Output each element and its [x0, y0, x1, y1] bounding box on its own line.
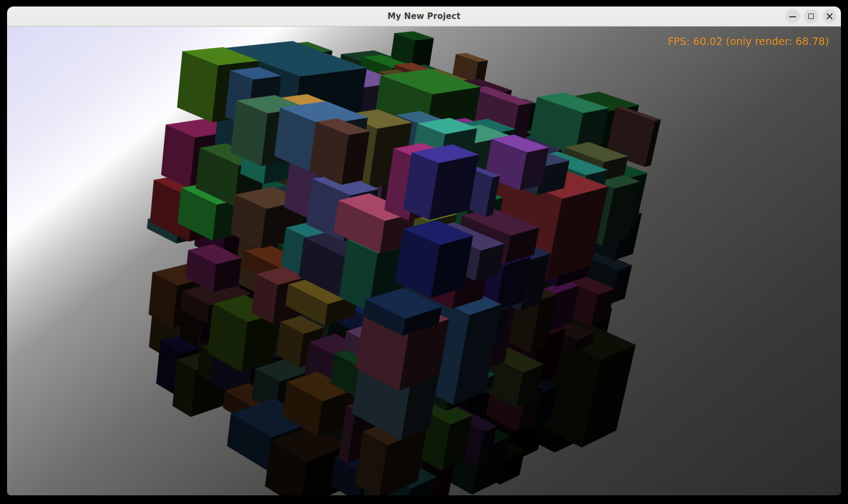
- titlebar[interactable]: My New Project: [7, 7, 841, 27]
- window-controls: [786, 7, 837, 26]
- viewport-canvas[interactable]: [7, 27, 841, 495]
- minimize-icon: [786, 9, 800, 23]
- maximize-button[interactable]: [804, 9, 818, 23]
- window-title: My New Project: [388, 11, 461, 21]
- close-button[interactable]: [823, 9, 837, 23]
- app-window: My New Project FPS: 60.02 (only render: …: [7, 7, 841, 495]
- minimize-button[interactable]: [786, 9, 800, 23]
- maximize-icon: [804, 9, 818, 23]
- close-icon: [823, 9, 837, 23]
- viewport: FPS: 60.02 (only render: 68.78): [7, 27, 841, 495]
